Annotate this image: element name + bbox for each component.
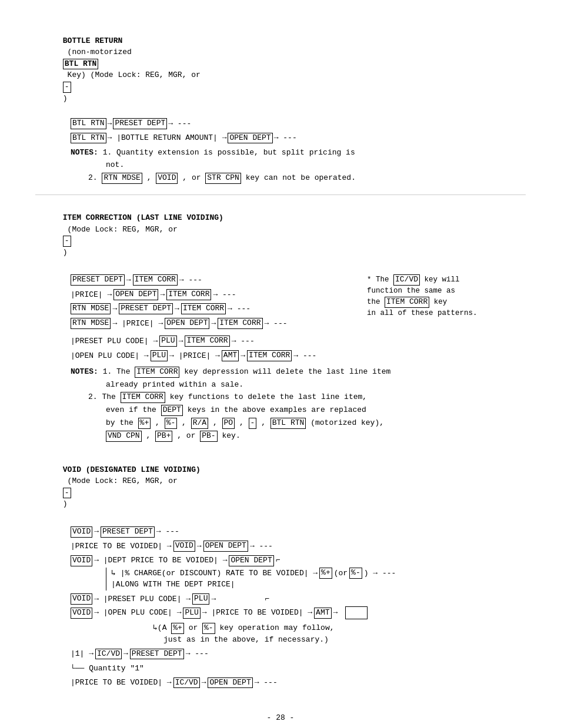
void-5: VOID xyxy=(71,608,92,619)
pct-minus-v45: %- xyxy=(202,623,215,634)
amt-ic6: AMT xyxy=(222,350,239,361)
item-corr-2: ITEM CORR xyxy=(166,289,211,300)
item-corr-note: ITEM CORR xyxy=(385,297,429,308)
pct-plus-n2: %+ xyxy=(138,418,151,429)
void-flow4: VOID → |PRESET PLU CODE| → PLU → ⌐ xyxy=(71,593,526,605)
preset-dept-ic3: PRESET DEPT xyxy=(119,303,173,314)
ic-flow4: RTN MDSE → |PRICE| → OPEN DEPT → ITEM CO… xyxy=(71,318,361,330)
open-dept-v2: OPEN DEPT xyxy=(203,541,248,552)
item-correction-title: ITEM CORRECTION (LAST LINE VOIDING) (Mod… xyxy=(35,201,526,270)
ic-flows-left: PRESET DEPT → ITEM CORR → --- |PRICE| → … xyxy=(71,274,361,332)
vnd-cpn-n2: VND CPN xyxy=(106,431,142,442)
bottle-return-bold: BOTTLE RETURN xyxy=(63,36,122,45)
bottle-return-section: BOTTLE RETURN (non-motorized BTL RTN Key… xyxy=(35,24,526,184)
void-flow45-sub: ↳(A %+ or %- key operation may follow, j… xyxy=(153,622,526,645)
bottle-flow1: BTL RTN → PRESET DEPT → --- xyxy=(71,118,526,130)
page: BOTTLE RETURN (non-motorized BTL RTN Key… xyxy=(35,24,526,723)
void-note: VOID xyxy=(156,173,178,184)
void-flow1: VOID → PRESET DEPT → --- xyxy=(71,526,526,538)
rtn-mdse-note: RTN MDSE xyxy=(102,173,142,184)
bottle-note-2: 2. RTN MDSE , VOID , or STR CPN key can … xyxy=(88,172,526,184)
btlrtn-n2: BTL RTN xyxy=(271,418,306,429)
bottle-return-title: BOTTLE RETURN (non-motorized BTL RTN Key… xyxy=(35,24,526,116)
void-1: VOID xyxy=(71,526,92,538)
void-mode-minus: - xyxy=(63,488,71,499)
item-corr-1: ITEM CORR xyxy=(133,274,178,286)
void-flow3-sub: ↳ |% CHARGE(or DISCOUNT) RATE TO BE VOID… xyxy=(106,568,526,591)
quantity-note: └── Quantity "1" xyxy=(71,663,526,675)
open-dept-ic4: OPEN DEPT xyxy=(165,318,209,329)
str-cpn-note: STR CPN xyxy=(205,173,241,184)
item-corr-6: ITEM CORR xyxy=(247,350,292,361)
preset-dept-v6: PRESET DEPT xyxy=(130,649,184,660)
pb-plus-n2: PB+ xyxy=(155,431,172,442)
item-corr-4: ITEM CORR xyxy=(218,318,262,329)
plu-ic5: PLU xyxy=(159,336,176,347)
bottle-note-1b: not. xyxy=(106,159,526,171)
void-3: VOID xyxy=(71,555,92,566)
section-divider xyxy=(35,194,526,195)
plu-v5: PLU xyxy=(183,608,200,619)
ic-notes: NOTES: 1. The ITEM CORR key depression w… xyxy=(71,366,526,442)
mode-minus-box: - xyxy=(63,82,71,93)
bottle-flow2: BTL RTN → |BOTTLE RETURN AMOUNT| → OPEN … xyxy=(71,132,526,144)
ic-flow6: |OPEN PLU CODE| → PLU → |PRICE| → AMT → … xyxy=(71,350,526,362)
icvd-v6: IC/VD xyxy=(95,649,122,660)
open-dept-v7: OPEN DEPT xyxy=(208,677,252,689)
void-4: VOID xyxy=(71,593,92,605)
icvd-v7: IC/VD xyxy=(173,677,200,689)
page-number: - 28 - xyxy=(35,712,526,724)
item-corr-5: ITEM CORR xyxy=(185,336,229,347)
po-n2: PO xyxy=(222,418,235,429)
ic-flow3: RTN MDSE → PRESET DEPT → ITEM CORR → --- xyxy=(71,303,361,315)
btl-rtn-1: BTL RTN xyxy=(71,118,106,129)
preset-dept-v1: PRESET DEPT xyxy=(101,526,155,538)
item-corr-n1: ITEM CORR xyxy=(135,367,179,378)
ic-flow2: |PRICE| → OPEN DEPT → ITEM CORR → --- xyxy=(71,289,361,301)
icvd-note: IC/VD xyxy=(393,274,420,286)
pct-minus-n2: %- xyxy=(165,418,178,429)
plu-v4: PLU xyxy=(192,593,209,605)
item-correction-section: ITEM CORRECTION (LAST LINE VOIDING) (Mod… xyxy=(35,201,526,442)
void-2: VOID xyxy=(173,541,195,552)
open-dept-ic2: OPEN DEPT xyxy=(113,289,158,300)
rtn-mdse-ic4: RTN MDSE xyxy=(71,318,111,329)
void-title: VOID (DESIGNATED LINE VOIDING) (Mode Loc… xyxy=(35,452,526,521)
ic-flow5: |PRESET PLU CODE| → PLU → ITEM CORR → --… xyxy=(71,336,526,347)
btl-rtn-2: BTL RTN xyxy=(71,133,106,144)
item-corr-n2: ITEM CORR xyxy=(121,392,165,403)
ic-right-note: * The IC/VD key will function the same a… xyxy=(367,274,526,318)
btl-rtn-key-box: BTL RTN xyxy=(63,59,99,70)
item-corr-3: ITEM CORR xyxy=(181,303,226,314)
amt-v5: AMT xyxy=(314,608,331,619)
void-section: VOID (DESIGNATED LINE VOIDING) (Mode Loc… xyxy=(35,452,526,689)
dept-n2: DEPT xyxy=(161,405,183,416)
plu-ic6: PLU xyxy=(151,350,168,361)
open-dept-v3: OPEN DEPT xyxy=(229,555,273,566)
bottle-note-header: NOTES: 1. Quantity extension is possible… xyxy=(71,147,526,159)
open-dept-1: OPEN DEPT xyxy=(228,133,272,144)
preset-dept-1: PRESET DEPT xyxy=(113,118,167,129)
pct-plus-v45: %+ xyxy=(171,623,184,634)
ra-n2: R/A xyxy=(191,418,208,429)
ic-flow1: PRESET DEPT → ITEM CORR → --- xyxy=(71,274,361,286)
void-flow5: VOID → |OPEN PLU CODE| → PLU → |PRICE TO… xyxy=(71,606,526,619)
ic-mode-minus: - xyxy=(63,236,71,247)
minus-n2: - xyxy=(249,418,257,429)
bottle-notes: NOTES: 1. Quantity extension is possible… xyxy=(71,147,526,184)
void-flow6: |1| → IC/VD → PRESET DEPT → --- xyxy=(71,648,526,660)
preset-dept-ic1: PRESET DEPT xyxy=(71,274,125,286)
void-flow2: |PRICE TO BE VOIDED| → VOID → OPEN DEPT … xyxy=(71,541,526,552)
pct-minus-v3: %- xyxy=(349,568,362,579)
void-flow7: |PRICE TO BE VOIDED| → IC/VD → OPEN DEPT… xyxy=(71,677,526,689)
pb-minus-n2: PB- xyxy=(200,431,217,442)
pct-plus-v3: %+ xyxy=(319,568,332,579)
void-flow3: VOID → |DEPT PRICE TO BE VOIDED| → OPEN … xyxy=(71,555,526,566)
rtn-mdse-ic3: RTN MDSE xyxy=(71,303,111,314)
